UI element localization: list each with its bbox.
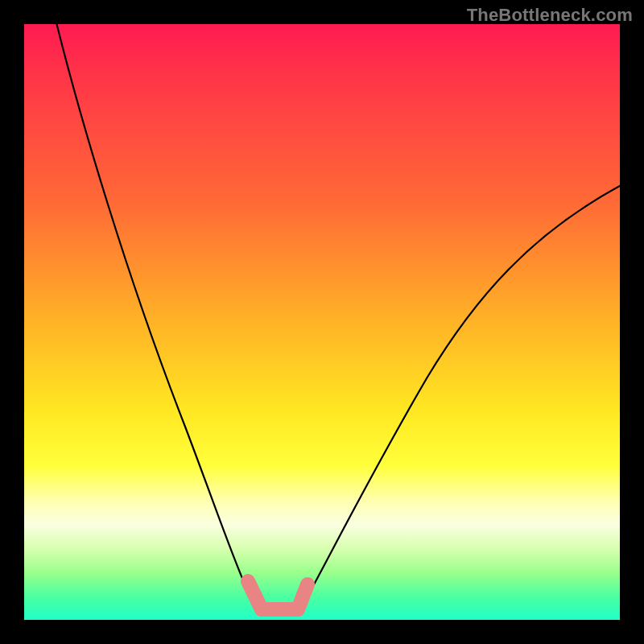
bottleneck-curve-right (303, 185, 620, 605)
watermark-text: TheBottleneck.com (467, 5, 633, 26)
chart-frame: TheBottleneck.com (0, 0, 644, 644)
plot-area (24, 24, 620, 620)
optimal-zone-marker (248, 581, 308, 609)
bottleneck-curve-left (55, 24, 266, 613)
chart-svg (24, 24, 620, 620)
